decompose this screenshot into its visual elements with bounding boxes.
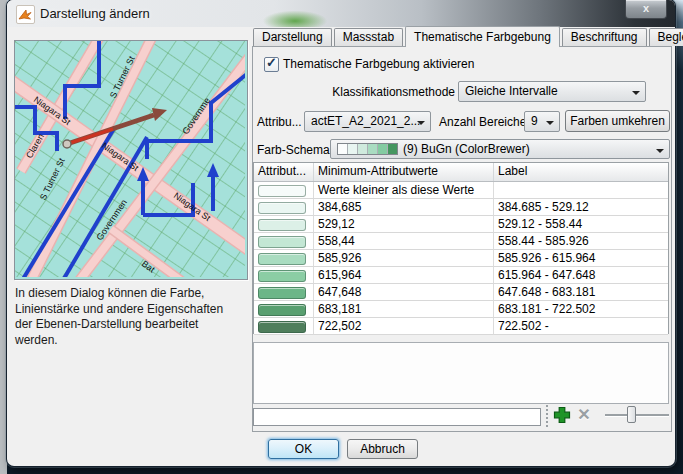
x-icon: ✕: [577, 406, 590, 423]
color-swatch[interactable]: [258, 321, 306, 333]
tab-massstab[interactable]: Massstab: [334, 28, 403, 46]
range-label: 683.181 - 722.502: [494, 301, 668, 318]
close-button[interactable]: x: [625, 0, 667, 19]
legend-preview-panel: [253, 342, 669, 404]
preview-slider[interactable]: [605, 414, 669, 416]
value-input[interactable]: [253, 408, 541, 426]
min-value: 384,685: [314, 199, 494, 216]
color-swatch[interactable]: [258, 236, 306, 248]
color-swatch[interactable]: [258, 185, 306, 197]
thematic-enable-checkbox[interactable]: [264, 57, 279, 72]
range-label: 615.964 - 647.648: [494, 267, 668, 284]
color-scheme-label: Farb-Schema: [257, 143, 330, 157]
app-bird-icon: [16, 5, 35, 24]
tab-beschriftung[interactable]: Beschriftung: [562, 28, 647, 46]
table-row[interactable]: 722,502722.502 -: [254, 318, 668, 335]
color-swatch[interactable]: [258, 202, 306, 214]
range-label: 558.44 - 585.926: [494, 233, 668, 250]
table-header: Attribut... Minimum-Attributwerte Label: [254, 163, 668, 182]
color-swatch[interactable]: [258, 270, 306, 282]
header-minimum: Minimum-Attributwerte: [314, 163, 494, 181]
close-icon: x: [643, 2, 649, 14]
thematic-color-tab-page: Thematische Farbgebung aktivieren Klassi…: [252, 46, 672, 432]
map-arrow-origin-dot: [63, 140, 71, 148]
ranges-count-value: 9: [531, 114, 538, 128]
classification-method-select[interactable]: Gleiche Intervalle: [458, 81, 646, 102]
min-value: 722,502: [314, 318, 494, 335]
color-scheme-select[interactable]: (9) BuGn (ColorBrewer): [330, 139, 670, 159]
toolbar-separator: [546, 405, 548, 427]
classification-method-value: Gleiche Intervalle: [465, 84, 558, 98]
table-row[interactable]: 529,12529.12 - 558.44: [254, 216, 668, 233]
tab-begleitsymbole[interactable]: Begleitsymbole: [649, 28, 683, 46]
tab-strip: Darstellung Massstab Thematische Farbgeb…: [253, 27, 683, 46]
dialog-description: In diesem Dialog können die Farbe, Linie…: [15, 286, 241, 348]
range-label: 647.648 - 683.181: [494, 284, 668, 301]
min-value: 558,44: [314, 233, 494, 250]
ranges-count-select[interactable]: 9: [524, 111, 560, 132]
dialog-window: Darstellung ändern x: [7, 0, 675, 466]
map-preview: Claren Niagara St Niagara St Niagara St …: [14, 40, 248, 280]
window-title: Darstellung ändern: [40, 6, 150, 21]
table-row[interactable]: 615,964615.964 - 647.648: [254, 267, 668, 284]
min-value: 529,12: [314, 216, 494, 233]
range-label: 384.685 - 529.12: [494, 199, 668, 216]
background-window-strip: [0, 0, 7, 474]
color-swatch[interactable]: [258, 287, 306, 299]
chevron-down-icon: [417, 121, 425, 125]
color-scheme-strip: [337, 143, 398, 155]
classification-table: Attribut... Minimum-Attributwerte Label …: [253, 162, 669, 334]
attribute-label: Attribu...: [257, 115, 302, 129]
color-scheme-value: (9) BuGn (ColorBrewer): [403, 142, 530, 156]
range-label: [494, 182, 668, 199]
attribute-value: actET_A2_2021_2...: [311, 114, 420, 128]
add-range-button[interactable]: [553, 406, 571, 424]
min-value: Werte kleiner als diese Werte: [314, 182, 494, 199]
classification-label: Klassifikationsmethode: [263, 85, 455, 99]
cancel-button[interactable]: Abbruch: [347, 439, 418, 459]
min-value: 585,926: [314, 250, 494, 267]
range-label: 585.926 - 615.964: [494, 250, 668, 267]
titlebar[interactable]: Darstellung ändern x: [7, 0, 675, 27]
table-row[interactable]: Werte kleiner als diese Werte: [254, 182, 668, 199]
chevron-down-icon: [656, 149, 664, 153]
plus-icon: [553, 406, 571, 424]
ok-button[interactable]: OK: [268, 439, 339, 459]
attribute-select[interactable]: actET_A2_2021_2...: [304, 111, 431, 132]
color-swatch[interactable]: [258, 253, 306, 265]
header-attribut: Attribut...: [254, 163, 314, 181]
invert-colors-button[interactable]: Farben umkehren: [565, 110, 670, 132]
header-label: Label: [494, 163, 668, 181]
range-label: 529.12 - 558.44: [494, 216, 668, 233]
table-row[interactable]: 683,181683.181 - 722.502: [254, 301, 668, 318]
color-swatch[interactable]: [258, 219, 306, 231]
min-value: 683,181: [314, 301, 494, 318]
table-row[interactable]: 558,44558.44 - 585.926: [254, 233, 668, 250]
min-value: 615,964: [314, 267, 494, 284]
range-label: 722.502 -: [494, 318, 668, 335]
table-row[interactable]: 647,648647.648 - 683.181: [254, 284, 668, 301]
color-swatch[interactable]: [258, 304, 306, 316]
preview-slider-thumb[interactable]: [627, 406, 636, 423]
chevron-down-icon: [632, 91, 640, 95]
table-row[interactable]: 384,685384.685 - 529.12: [254, 199, 668, 216]
remove-range-button[interactable]: ✕: [575, 406, 593, 424]
thematic-enable-label: Thematische Farbgebung aktivieren: [283, 57, 474, 71]
chevron-down-icon: [546, 121, 554, 125]
ranges-count-label: Anzahl Bereiche:: [439, 115, 530, 129]
min-value: 647,648: [314, 284, 494, 301]
tab-thematische-farbgebung[interactable]: Thematische Farbgebung: [405, 26, 560, 47]
table-row[interactable]: 585,926585.926 - 615.964: [254, 250, 668, 267]
tab-darstellung[interactable]: Darstellung: [253, 28, 332, 46]
